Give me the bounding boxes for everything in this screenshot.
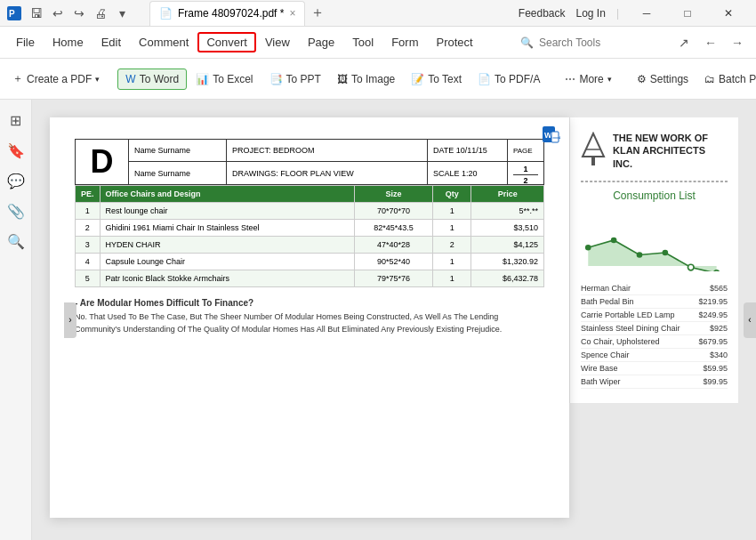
to-ppt-btn[interactable]: 📑 To PPT <box>262 69 328 89</box>
chart-svg <box>581 209 728 271</box>
cell-name: HYDEN CHAIR <box>100 237 354 254</box>
price-label: Bath Wiper <box>581 377 621 386</box>
menu-tool[interactable]: Tool <box>343 32 382 52</box>
doc-page-num: 1 2 <box>508 162 543 184</box>
to-word-btn[interactable]: W To Word <box>117 69 187 90</box>
doc-header: D Name Surname PROJECT: BEDROOM DATE 10/… <box>75 139 544 185</box>
price-list-item: Bath Wiper $99.95 <box>581 375 728 389</box>
title-bar: P 🖫 ↩ ↪ 🖨 ▾ 📄 Frame 48097024.pdf * × ＋ F… <box>0 0 756 27</box>
pdfa-icon: 📄 <box>478 73 491 85</box>
sidebar-thumbnail-icon[interactable]: ⊞ <box>3 107 29 133</box>
price-list-item: Stainless Steel Dining Chair $925 <box>581 322 728 335</box>
table-row: 5 Patr Iconic Black Stokke Armchairs 79*… <box>76 270 544 287</box>
price-value: $59.95 <box>703 364 728 373</box>
cell-name: Rest lounge chair <box>100 203 354 220</box>
more-btn[interactable]: ⋯ More ▾ <box>558 69 618 89</box>
sidebar-attachment-icon[interactable]: 📎 <box>3 197 29 224</box>
minimize-btn[interactable]: ─ <box>626 0 667 27</box>
search-icon: 🔍 <box>520 36 534 49</box>
tab-title: Frame 48097024.pdf * <box>178 7 284 20</box>
excel-icon: 📊 <box>196 73 209 85</box>
menu-edit[interactable]: Edit <box>92 32 130 52</box>
cell-qty: 1 <box>433 270 471 287</box>
separator: | <box>616 7 619 20</box>
sidebar-search-icon[interactable]: 🔍 <box>3 228 29 254</box>
save-btn[interactable]: 🖫 <box>27 4 46 23</box>
menu-bar: File Home Edit Comment Convert View Page… <box>0 27 756 59</box>
col-num: PE. <box>76 186 101 203</box>
restore-btn[interactable]: □ <box>667 0 708 27</box>
svg-point-13 <box>663 250 669 256</box>
svg-point-10 <box>585 245 591 251</box>
svg-marker-7 <box>583 133 604 157</box>
toolbar-right-icons: ↗ ← → <box>672 31 749 54</box>
cell-price: $3,510 <box>471 220 544 237</box>
price-value: $925 <box>710 324 728 333</box>
svg-text:P: P <box>9 9 15 19</box>
arch-title-text: THE NEW WORK OF KLAN ARCHITECTS INC. <box>613 132 728 170</box>
price-value: $219.95 <box>698 297 728 306</box>
menu-comment[interactable]: Comment <box>130 32 197 52</box>
to-text-btn[interactable]: 📝 To Text <box>404 69 469 89</box>
price-label: Spence Chair <box>581 351 630 359</box>
cell-num: 3 <box>76 237 101 254</box>
to-image-btn[interactable]: 🖼 To Image <box>330 69 402 89</box>
doc-name-2: Name Surname <box>129 162 227 184</box>
price-list-item: Co Chair, Upholstered $679.95 <box>581 335 728 349</box>
create-pdf-btn[interactable]: ＋ Create a PDF ▾ <box>5 68 107 90</box>
undo-btn[interactable]: ↩ <box>48 4 68 23</box>
menu-file[interactable]: File <box>7 32 44 52</box>
word-icon: W <box>125 73 135 85</box>
chart-area <box>581 209 728 271</box>
cell-num: 5 <box>76 270 101 287</box>
tab-close-btn[interactable]: × <box>289 7 295 20</box>
menu-protect[interactable]: Protect <box>427 32 481 52</box>
cell-qty: 2 <box>433 237 471 254</box>
menu-page[interactable]: Page <box>299 32 343 52</box>
doc-fields: Name Surname PROJECT: BEDROOM DATE 10/11… <box>129 140 543 184</box>
new-tab-btn[interactable]: ＋ <box>305 1 330 26</box>
quick-access-toolbar: 🖫 ↩ ↪ 🖨 ▾ <box>27 4 132 23</box>
sidebar-bookmark-icon[interactable]: 🔖 <box>3 137 29 164</box>
dropdown-btn[interactable]: ▾ <box>112 4 132 23</box>
collapse-left-btn[interactable]: › <box>64 302 76 338</box>
to-pdfa-btn[interactable]: 📄 To PDF/A <box>470 69 547 89</box>
settings-btn[interactable]: ⚙ Settings <box>630 69 696 89</box>
batch-btn[interactable]: 🗂 Batch Pr... <box>697 69 756 89</box>
forward-btn[interactable]: → <box>726 31 749 54</box>
print-btn[interactable]: 🖨 <box>91 4 110 23</box>
create-pdf-dropdown-icon: ▾ <box>95 75 100 84</box>
cell-price: $1,320.92 <box>471 254 544 270</box>
right-panel: THE NEW WORK OF KLAN ARCHITECTS INC. Con… <box>569 117 738 403</box>
close-btn[interactable]: ✕ <box>708 0 749 27</box>
top-right-convert-icon[interactable]: W⟹ <box>541 125 560 148</box>
left-sidebar: ⊞ 🔖 💬 📎 🔍 <box>0 100 32 540</box>
cell-num: 2 <box>76 220 101 237</box>
search-tools-input[interactable] <box>539 36 672 49</box>
ppt-icon: 📑 <box>269 73 283 85</box>
login-link[interactable]: Log In <box>576 7 606 20</box>
sidebar-comment-icon[interactable]: 💬 <box>3 167 29 194</box>
cell-price: $6,432.78 <box>471 270 544 287</box>
share-btn[interactable]: ↗ <box>672 31 696 54</box>
feedback-link[interactable]: Feedback <box>519 7 566 20</box>
cell-name: Patr Iconic Black Stokke Armchairs <box>100 270 354 287</box>
collapse-right-btn[interactable]: ‹ <box>744 302 756 338</box>
to-excel-btn[interactable]: 📊 To Excel <box>189 69 260 89</box>
app-icon: P <box>7 6 21 20</box>
price-label: Wire Base <box>581 364 618 373</box>
redo-btn[interactable]: ↪ <box>69 4 89 23</box>
back-btn[interactable]: ← <box>699 31 722 54</box>
menu-form[interactable]: Form <box>382 32 427 52</box>
menu-home[interactable]: Home <box>44 32 92 52</box>
pdf-text-section: - Are Modular Homes Difficult To Finance… <box>75 298 544 335</box>
file-tab[interactable]: 📄 Frame 48097024.pdf * × <box>149 1 305 26</box>
menu-view[interactable]: View <box>256 32 299 52</box>
menu-convert[interactable]: Convert <box>197 32 256 52</box>
svg-text:⟹: ⟹ <box>552 134 560 141</box>
price-value: $249.95 <box>698 310 728 319</box>
price-label: Bath Pedal Bin <box>581 297 634 306</box>
batch-icon: 🗂 <box>704 73 715 85</box>
more-dropdown-icon: ▾ <box>607 75 612 84</box>
main-layout: ⊞ 🔖 💬 📎 🔍 › W⟹ D Name Surname PROJECT: B… <box>0 100 756 540</box>
